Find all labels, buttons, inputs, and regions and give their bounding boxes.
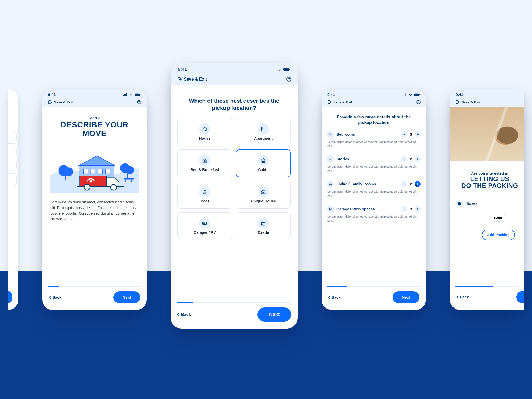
location-option-house[interactable]: House — [177, 118, 232, 146]
svg-point-20 — [90, 180, 92, 182]
quantity-stepper: −3+ — [401, 131, 421, 137]
status-time: 9:41 — [327, 93, 335, 97]
svg-rect-0 — [135, 94, 140, 96]
decrement-button[interactable]: − — [401, 206, 407, 212]
app-header: Save & Exit — [450, 98, 524, 107]
phone-packing: 9:41 Save & Exit Are you interested in L… — [450, 89, 524, 310]
moving-truck-illustration — [50, 142, 139, 195]
app-header: Save & Exit — [171, 74, 298, 85]
next-button[interactable]: Next — [393, 291, 419, 303]
add-packing-button[interactable]: Add Packing — [482, 230, 515, 240]
question-title: Which of these best describes the pickup… — [182, 97, 286, 112]
svg-rect-19 — [80, 176, 107, 187]
packing-subtitle: Are you interested in — [455, 171, 524, 176]
back-button[interactable]: Back — [177, 312, 191, 317]
house-icon — [199, 123, 210, 135]
increment-button[interactable]: + — [415, 156, 421, 162]
increment-button[interactable]: + — [415, 131, 421, 137]
box-icon — [455, 200, 463, 207]
detail-row-stairs: Stories−2+Lorem ipsum dolor sit amet, co… — [327, 155, 421, 177]
svg-rect-1 — [140, 94, 140, 95]
exit-icon — [455, 100, 459, 104]
wifi-icon — [408, 93, 413, 97]
save-exit-button[interactable]: Save & Exit — [177, 77, 207, 82]
quantity-stepper: −2+ — [401, 156, 421, 162]
cabin-icon — [258, 155, 269, 166]
quantity-value: 3 — [409, 207, 413, 211]
quantity-stepper: −3+ — [401, 206, 421, 212]
help-icon[interactable] — [416, 100, 421, 104]
boat-icon — [199, 186, 210, 197]
option-card-cropped[interactable] — [8, 173, 17, 185]
back-button[interactable]: Back — [456, 295, 469, 299]
signal-icon — [272, 67, 276, 72]
location-option-camper[interactable]: Camper / RV — [177, 212, 232, 240]
location-option-cabin[interactable]: Cabin — [236, 149, 291, 177]
save-exit-button[interactable]: Save & Exit — [48, 100, 73, 104]
price-chip: $250 — [490, 214, 506, 222]
option-card-cropped[interactable] — [8, 132, 17, 144]
decrement-button[interactable]: − — [401, 131, 407, 137]
location-option-bnb[interactable]: Bed & Breakfast — [177, 149, 232, 177]
status-bar: 9:41 — [42, 89, 147, 98]
detail-row-living: Living / Family Rooms−2+Lorem ipsum dolo… — [327, 180, 421, 202]
increment-button[interactable]: + — [415, 206, 421, 212]
status-bar: 9:41 — [450, 89, 524, 98]
status-bar: 9:41 — [171, 63, 298, 74]
bed-icon — [327, 131, 334, 138]
location-option-label: Boat — [201, 199, 209, 203]
option-card-cropped[interactable] — [8, 146, 17, 157]
cursor-icon — [414, 184, 418, 188]
detail-description: Lorem ipsum dolor sit amet, consectetur … — [327, 140, 421, 148]
back-button[interactable]: Back — [328, 295, 340, 300]
increment-button[interactable]: + — [415, 181, 421, 187]
quantity-value: 3 — [409, 132, 413, 136]
next-button[interactable]: Next — [257, 307, 291, 322]
quantity-stepper: −2+ — [401, 181, 421, 187]
svg-rect-14 — [98, 169, 103, 174]
details-title: Provide a few more details about the pic… — [330, 114, 418, 126]
location-option-label: Camper / RV — [194, 230, 216, 235]
location-option-castle[interactable]: Castle — [236, 212, 291, 240]
detail-name: Garages/WorkSpaces — [336, 207, 399, 211]
detail-row-garage: Garages/WorkSpaces−3+Lorem ipsum dolor s… — [327, 205, 421, 227]
back-button[interactable]: Back — [49, 295, 61, 300]
next-button[interactable]: Next — [113, 291, 140, 303]
save-exit-button[interactable]: Save & Exit — [455, 100, 480, 104]
quantity-value: 2 — [409, 182, 413, 186]
phone-pickup-details: 9:41 Save & Exit Provide a few more deta… — [322, 89, 426, 310]
step-body-text: Lorem ipsum dolor sit amet, consectetur … — [48, 200, 141, 222]
location-option-label: Cabin — [258, 168, 269, 172]
apartment-icon — [258, 123, 269, 135]
location-option-label: Unique House — [251, 199, 276, 203]
next-button-cropped[interactable] — [8, 291, 12, 303]
svg-rect-28 — [419, 94, 420, 95]
decrement-button[interactable]: − — [401, 156, 407, 162]
location-option-unique-house[interactable]: Unique House — [236, 181, 291, 209]
save-exit-button[interactable]: Save & Exit — [327, 100, 352, 104]
living-icon — [327, 181, 334, 188]
svg-point-22 — [84, 184, 90, 190]
status-time: 9:41 — [456, 93, 463, 97]
option-card-cropped[interactable] — [8, 160, 17, 171]
garage-icon — [327, 206, 334, 213]
help-icon[interactable] — [286, 77, 291, 82]
battery-icon — [283, 68, 290, 71]
location-option-apartment[interactable]: Apartment — [236, 118, 291, 146]
stairs-icon — [327, 156, 334, 163]
svg-rect-24 — [283, 68, 289, 71]
help-icon[interactable] — [137, 100, 141, 104]
detail-name: Stories — [336, 157, 399, 161]
phone-screen-1-sliver — [8, 89, 18, 310]
decrement-button[interactable]: − — [401, 181, 407, 187]
location-option-label: Apartment — [254, 136, 273, 140]
status-time: 9:41 — [48, 93, 56, 97]
location-option-boat[interactable]: Boat — [177, 181, 232, 209]
phone-pickup-location: 9:41 Save & Exit Which of these best des… — [171, 63, 298, 329]
status-indicators — [123, 93, 141, 97]
signal-icon — [123, 93, 127, 97]
wifi-icon — [277, 67, 282, 72]
next-button-cropped[interactable] — [516, 291, 524, 303]
wifi-icon — [129, 93, 133, 97]
quantity-value: 2 — [409, 157, 413, 161]
